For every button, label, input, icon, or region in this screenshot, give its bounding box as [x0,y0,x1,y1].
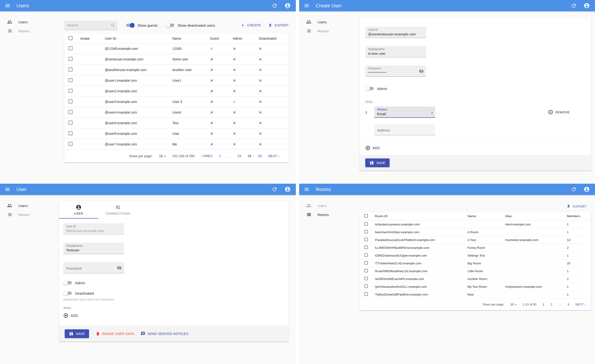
room-table-row[interactable]: !FasdweDssccaGLdsFRddsOl:example.com A T… [360,236,591,244]
sidebar-item-users[interactable]: Users [299,17,360,27]
row-checkbox[interactable] [364,230,368,233]
menu-icon[interactable] [5,187,10,192]
room-table-row[interactable]: !lasmnwASmDllasi:example.com A Room 1 [360,228,591,236]
col-deactivated[interactable]: Deactivated [256,37,289,40]
add-threepid-button[interactable]: ADD [63,313,78,318]
export-button[interactable]: EXPORT [268,23,289,28]
export-button[interactable]: EXPORT [567,204,587,209]
visibility-off-icon[interactable] [419,69,424,74]
menu-icon[interactable] [5,3,10,8]
col-admin[interactable]: Admin [230,37,256,40]
row-checkbox[interactable] [364,261,368,265]
account-icon[interactable] [284,3,291,9]
row-checkbox[interactable] [69,99,72,103]
refresh-icon[interactable] [571,3,577,8]
room-table-row[interactable]: !ykAStwxasdwsKkxGILL:example.com My Test… [360,283,591,291]
page-button-2[interactable]: 2 [551,303,552,306]
user-table-row[interactable]: @someuser:example.com Some user ✕ ✕ ✕ [64,54,289,65]
room-table-row[interactable]: !TTnlslkHHweOLAD:example.com Big Room 20 [360,259,591,267]
refresh-icon[interactable] [272,187,277,192]
room-table-row[interactable]: !OMSDsdweassllUUjjwe:example.com Setting… [360,252,591,259]
prev-button[interactable]: ‹PREV [201,154,212,158]
row-checkbox[interactable] [364,222,368,226]
row-checkbox[interactable] [69,110,72,114]
next-button[interactable]: NEXT› [575,303,586,306]
row-checkbox[interactable] [69,46,72,50]
sidebar-item-rooms[interactable]: Rooms [0,27,60,35]
select-all-checkbox[interactable] [364,214,368,218]
password-field[interactable]: Password [63,262,124,273]
row-checkbox[interactable] [69,142,72,146]
page-button-9[interactable]: 9 [568,303,569,306]
rows-per-page-select[interactable]: 10▾ [159,154,166,158]
send-server-notices-button[interactable]: SEND SERVER NOTICES [141,331,188,336]
remove-button[interactable]: REMOVE [548,110,570,115]
user-id-field[interactable]: User-ID @somenewuser:example.com [365,27,426,38]
menu-icon[interactable] [304,187,310,192]
sidebar-item-rooms[interactable]: Rooms [299,210,360,219]
sidebar-item-rooms[interactable]: Rooms [299,27,360,35]
row-checkbox[interactable] [364,292,368,296]
user-table-row[interactable]: @12345:example.com 12345 ✓ ✕ ✕ [64,43,289,54]
room-table-row[interactable]: !TyBasDmwelJdfFaeBmk:example.com New 1 [360,291,591,298]
displayname-field[interactable]: Displayname Testuser [63,243,124,254]
erase-user-data-button[interactable]: ERASE USER DATA [96,331,134,336]
row-checkbox[interactable] [69,78,72,82]
row-checkbox[interactable] [364,253,368,257]
row-checkbox[interactable] [69,57,72,61]
row-checkbox[interactable] [364,269,368,273]
col-guest[interactable]: Guest [208,37,230,40]
room-table-row[interactable]: !asSBSlsdWEvaXwPk:example.com Another Ro… [360,275,591,283]
room-table-row[interactable]: !eVasdacvxysewus:example.com #test:examp… [360,220,591,228]
account-icon[interactable] [584,186,590,192]
user-table-row[interactable]: @user6:example.com User ✕ ✕ ✕ [64,128,289,139]
address-input[interactable] [377,128,432,132]
refresh-icon[interactable] [571,187,577,192]
row-checkbox[interactable] [69,89,72,93]
admin-toggle[interactable] [365,86,374,91]
room-table-row[interactable]: !LLIMSSNHrhRjsdWNXsd:example.com Funny R… [360,244,591,252]
sidebar-item-rooms[interactable]: Rooms [0,210,59,219]
user-table-row[interactable]: @user1:example.com User1 ✕ ✕ ✕ [64,75,289,86]
row-checkbox[interactable] [364,245,368,249]
col-user-id[interactable]: User-ID↑ [102,37,170,40]
sidebar-item-users[interactable]: Users [0,17,60,27]
save-button[interactable]: SAVE [65,329,89,338]
tab-user[interactable]: USER [59,201,98,219]
user-table-row[interactable]: @user4:example.com User4 ✕ ✕ ✕ [64,107,289,118]
next-button[interactable]: NEXT› [268,154,279,158]
displayname-field[interactable]: Displayname A new user [365,46,426,57]
page-button-23[interactable]: 23 [237,154,241,158]
col-room-id[interactable]: Room-ID [375,214,468,218]
room-table-row[interactable]: !KuasNWEMasdHasLOs:example.com Little Ro… [360,267,591,275]
visibility-off-icon[interactable] [117,265,122,270]
select-all-checkbox[interactable] [69,36,72,40]
user-table-row[interactable]: @user2:example.com ✕ ✕ ✕ [64,86,289,97]
create-button[interactable]: CREATE [241,23,261,28]
row-checkbox[interactable] [364,277,368,280]
page-button-1[interactable]: 1 [219,154,221,158]
col-name[interactable]: Name [468,214,505,218]
user-table-row[interactable]: @anotheruser:example.com Another User ✕ … [64,65,289,75]
user-table-row[interactable]: @user3:example.com User 3 ✕ ✓ ✕ [64,97,289,107]
show-guests-toggle[interactable] [126,23,135,28]
search-input[interactable] [67,23,111,27]
sidebar-item-users[interactable]: Users [299,201,360,210]
refresh-icon[interactable] [272,3,277,8]
col-members[interactable]: Members [567,214,591,218]
rows-per-page-select[interactable]: 10▾ [510,303,517,306]
admin-toggle[interactable] [63,280,72,285]
tab-connections[interactable]: CONNECTIONS [98,201,137,219]
row-checkbox[interactable] [364,238,368,241]
account-icon[interactable] [584,3,590,9]
add-threepid-button[interactable]: ADD [365,145,380,151]
menu-icon[interactable] [304,3,310,8]
user-table-row[interactable]: @user5:example.com Test ✕ ✕ ✕ [64,118,289,128]
user-table-row[interactable]: @user7:example.com Me ✕ ✕ ✕ [64,139,289,150]
save-button[interactable]: SAVE [365,158,390,167]
col-alias[interactable]: Alias [505,214,567,218]
col-name[interactable]: Name [170,37,208,40]
row-checkbox[interactable] [69,68,72,71]
row-checkbox[interactable] [364,284,368,288]
password-field[interactable]: Password •••••••••••••••• [365,65,426,77]
